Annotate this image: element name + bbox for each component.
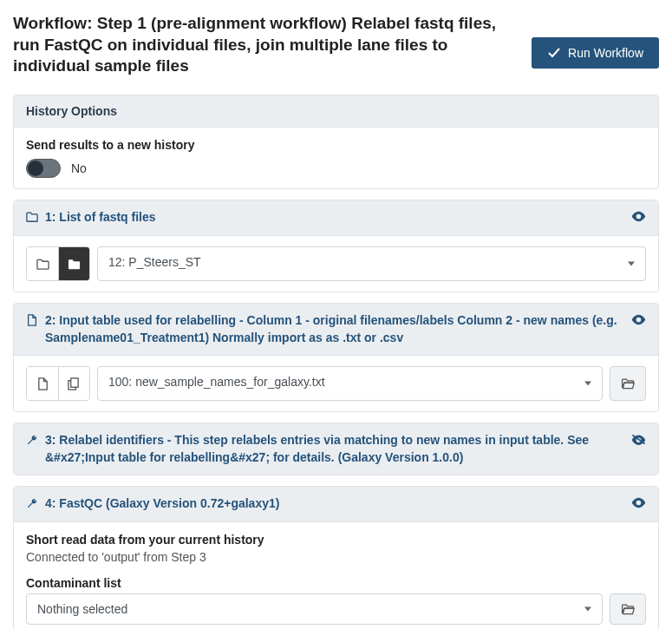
eye-icon[interactable] (631, 312, 646, 330)
contaminant-label: Contaminant list (26, 576, 646, 590)
history-options-panel: History Options Send results to a new hi… (13, 95, 659, 189)
step3-panel: 3: Relabel identifiers - This step relab… (13, 423, 659, 475)
step4-panel: 4: FastQC (Galaxy Version 0.72+galaxy1) … (13, 486, 659, 629)
send-results-label: Send results to a new history (26, 138, 646, 152)
step3-header[interactable]: 3: Relabel identifiers - This step relab… (14, 423, 658, 475)
step1-header[interactable]: 1: List of fastq files (14, 200, 658, 236)
wrench-icon (26, 497, 38, 512)
history-options-header: History Options (14, 95, 658, 128)
wrench-icon (26, 434, 38, 449)
step4-header[interactable]: 4: FastQC (Galaxy Version 0.72+galaxy1) (14, 487, 658, 522)
send-results-value: No (71, 161, 87, 175)
eye-icon[interactable] (631, 209, 646, 226)
step1-select[interactable]: 12: P_Steers_ST (97, 246, 646, 281)
eye-off-icon[interactable] (631, 432, 646, 449)
step2-select[interactable]: 100: new_sample_names_for_galaxy.txt (97, 366, 603, 401)
step2-header[interactable]: 2: Input table used for relabelling - Co… (14, 304, 658, 356)
folder-outline-button[interactable] (27, 247, 58, 280)
send-results-toggle[interactable] (26, 159, 61, 178)
page-title: Workflow: Step 1 (pre-alignment workflow… (13, 13, 519, 77)
step1-mode-group (26, 246, 90, 281)
contaminant-select[interactable]: Nothing selected (26, 593, 603, 625)
browse-button[interactable] (610, 366, 646, 401)
folder-icon (26, 211, 38, 226)
step1-panel: 1: List of fastq files 12: P_Steers_ST (13, 200, 659, 292)
folder-filled-button[interactable] (58, 247, 89, 280)
file-icon (26, 314, 38, 329)
run-workflow-label: Run Workflow (568, 46, 643, 60)
step2-panel: 2: Input table used for relabelling - Co… (13, 303, 659, 412)
browse-button[interactable] (610, 593, 646, 625)
eye-icon[interactable] (631, 495, 646, 513)
short-read-label: Short read data from your current histor… (26, 533, 646, 547)
multi-file-button[interactable] (58, 367, 89, 400)
single-file-button[interactable] (27, 367, 58, 400)
run-workflow-button[interactable]: Run Workflow (532, 37, 659, 69)
step2-mode-group (26, 366, 90, 401)
svg-rect-0 (71, 378, 78, 387)
connected-text: Connected to 'output' from Step 3 (26, 550, 646, 564)
